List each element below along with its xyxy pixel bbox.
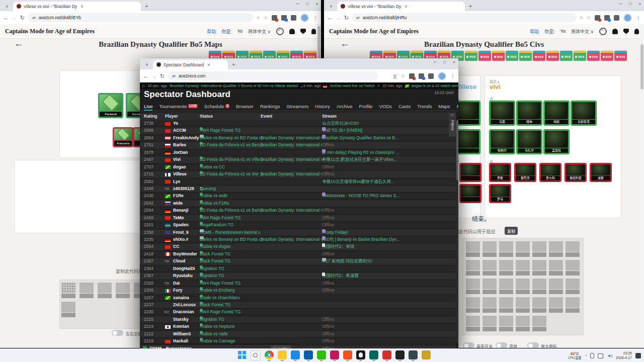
page-scrollbar[interactable] xyxy=(640,24,644,348)
shield-icon[interactable] xyxy=(300,29,306,34)
table-row[interactable]: 2707dogaoArabia vs CCOffline xyxy=(140,164,456,171)
bookmark-star-icon[interactable]: ☆ xyxy=(264,15,268,20)
table-row[interactable]: 2306FuryArabia vs EnzbergOffline xyxy=(140,287,456,294)
civ-pick[interactable]: 马扎尔 xyxy=(517,130,542,154)
table-row[interactable]: 2554CCArabia vs dogao帝国时代2：单排 xyxy=(140,243,456,250)
stream-link[interactable]: Offline xyxy=(322,331,442,337)
table-row[interactable]: 2751BarlesBD Festa da Pólvora v1 vs Bena… xyxy=(140,142,456,149)
stream-link[interactable]: Offline xyxy=(322,171,442,177)
gear-icon[interactable] xyxy=(276,28,284,35)
tab-search-icon[interactable]: ∨ xyxy=(3,3,11,10)
site-settings-icon[interactable]: ⇄ xyxy=(32,16,36,20)
new-tab-button[interactable]: + xyxy=(145,3,148,9)
stream-link[interactable]: Offline xyxy=(322,280,442,287)
table-row[interactable]: 2542wideArabia vs F1Re xyxy=(140,200,456,207)
pool-civ-tile[interactable] xyxy=(516,241,530,257)
store-icon[interactable] xyxy=(304,350,313,359)
ticker-text[interactable]: Brazilian Dynasty: International Qualifi… xyxy=(170,83,298,88)
maximize-button[interactable]: □ xyxy=(443,60,446,64)
stream-link[interactable]: [GER] | Benanji vs Barles Brazilian Dyn.… xyxy=(322,236,442,243)
table-row[interactable]: 2235shiXo.#Barles vs Benanji on BD Festa… xyxy=(140,236,456,243)
table-row[interactable]: 2222WilliamSArabia vs ValleOffline xyxy=(140,331,456,338)
nav-tab-tournaments[interactable]: TournamentsLIVE xyxy=(159,102,197,111)
pool-civ-tile[interactable] xyxy=(499,316,513,331)
pool-civ-tile[interactable] xyxy=(566,260,580,276)
pool-civ-tile[interactable] xyxy=(549,241,563,257)
player-status[interactable]: Black Forest TG xyxy=(200,251,260,257)
event-link[interactable]: ▷Brazilian Dynasty: International Qu... xyxy=(261,207,321,214)
stream-link[interactable]: 4/17 新地图 同狂欢赛积分! xyxy=(322,258,442,264)
patreon-icon[interactable] xyxy=(634,29,639,34)
pool-civ-tile[interactable] xyxy=(482,297,497,313)
civ-pick[interactable] xyxy=(455,130,480,154)
settings-toggle[interactable] xyxy=(463,342,474,348)
table-row[interactable]: 2267xanainaGlade vs chaechilaru xyxy=(140,295,456,302)
menu-icon[interactable]: ⋮ xyxy=(313,15,318,21)
civ-ban[interactable] xyxy=(460,185,481,203)
civ-ban[interactable]: 意大利 xyxy=(540,163,561,182)
stream-link[interactable]: 帝国时代2：单排 xyxy=(322,243,442,250)
back-icon[interactable]: ← xyxy=(143,73,148,79)
language-select[interactable]: 简体中文 ∨ xyxy=(571,28,594,35)
col-status[interactable]: Status xyxy=(200,113,213,120)
help-link[interactable]: 帮助 xyxy=(530,28,539,35)
extension-icon[interactable] xyxy=(281,15,287,21)
forward-icon[interactable]: → xyxy=(151,73,157,79)
new-tab-button[interactable]: + xyxy=(232,61,235,67)
player-status[interactable]: Arabia vs CC xyxy=(200,164,260,170)
table-row[interactable]: 2358Frost_9TDM6 - Runestonesen kamrat up… xyxy=(140,229,456,236)
player-status[interactable]: Arabia vs Valle xyxy=(200,331,260,337)
profile-avatar[interactable] xyxy=(623,14,632,22)
table-row[interactable]: 2684FreakinAndyBarles vs Benanji on BD F… xyxy=(140,135,456,142)
event-link[interactable]: ▷Brazilian Dynasty: International Qu... xyxy=(261,156,321,163)
pool-civ-tile[interactable] xyxy=(466,279,480,294)
pool-civ-tile[interactable] xyxy=(466,297,480,313)
menu-icon[interactable]: ⋮ xyxy=(636,15,641,21)
player-status[interactable]: TDM6 - Runestonesen kamrat up xyxy=(200,229,260,236)
pool-civ-tile[interactable] xyxy=(499,260,513,276)
stream-link[interactable]: Offline xyxy=(322,323,442,330)
table-row[interactable]: 2497ViviBD Festa da Pólvora v1 vs Villes… xyxy=(140,156,456,163)
close-button[interactable]: × xyxy=(315,2,318,6)
table-row[interactable]: 2592Lyx→今晚10点灵魂导师vs最快千道石头将... xyxy=(140,178,456,186)
extension-icon[interactable] xyxy=(419,73,424,79)
extension-icon[interactable] xyxy=(409,73,415,79)
address-bar[interactable]: ⇄ aoe2cm.net/draft/iEYb xyxy=(28,13,253,22)
stream-link[interactable]: Offline xyxy=(322,338,442,344)
pool-map-tile[interactable] xyxy=(98,283,112,298)
table-row[interactable]: 2367TWCloudBlack Forest TG4/17 新地图 同狂欢赛积… xyxy=(140,258,456,265)
player-status[interactable]: Arabia vs wide xyxy=(200,193,260,199)
address-bar[interactable]: ⇄ aoe2cm.net/draft/jIHRu xyxy=(352,13,577,22)
civ-ban[interactable] xyxy=(460,163,481,182)
pool-civ-tile[interactable] xyxy=(466,260,480,276)
maximize-button[interactable]: □ xyxy=(629,2,631,6)
app-orange-icon[interactable] xyxy=(343,350,352,359)
stream-link[interactable]: ♪今晚11点,肥龙对决芬兰第一高手Villes... xyxy=(322,156,442,163)
civ-pick[interactable]: 缅甸 xyxy=(517,101,542,125)
pool-map-tile[interactable] xyxy=(61,283,75,298)
player-status[interactable]: BD Festa da Pólvora v1 vs Villese xyxy=(200,156,260,163)
photos-icon[interactable] xyxy=(291,350,300,359)
player-status[interactable]: Arabia vs Neptune xyxy=(200,323,260,330)
player-status[interactable]: BD Festa da Pólvora v1 vs Vivi xyxy=(200,171,260,177)
table-row[interactable]: 2230INTDraconianAW4 Rage Forest TG xyxy=(140,309,456,316)
help-link[interactable]: 帮助 xyxy=(207,28,216,35)
minimize-button[interactable]: ─ xyxy=(296,2,299,6)
pool-civ-tile[interactable] xyxy=(482,279,497,294)
stream-link[interactable]: Offline xyxy=(322,142,442,148)
close-button[interactable]: × xyxy=(638,2,641,6)
table-row[interactable]: 2320TWDaiAW4 Rage Forest TGOffline xyxy=(140,280,456,287)
shield-icon[interactable] xyxy=(623,29,629,34)
app-red-icon[interactable] xyxy=(382,350,391,359)
pool-map-tile[interactable] xyxy=(116,283,130,298)
nav-tab-streamers[interactable]: Streamers xyxy=(287,102,309,111)
player-status[interactable]: Migration TG xyxy=(200,316,260,323)
forward-icon[interactable]: → xyxy=(12,15,17,21)
tray-expand-icon[interactable]: ^ xyxy=(585,353,587,358)
settings-toggle[interactable] xyxy=(496,342,507,348)
player-status[interactable]: Migration TG xyxy=(200,273,260,279)
forward-icon[interactable]: → xyxy=(336,15,341,21)
player-status[interactable]: Arabia vs dogao xyxy=(200,243,260,250)
civ-ban[interactable]: 罗马 xyxy=(490,185,511,203)
table-scrollbar[interactable] xyxy=(456,120,458,342)
